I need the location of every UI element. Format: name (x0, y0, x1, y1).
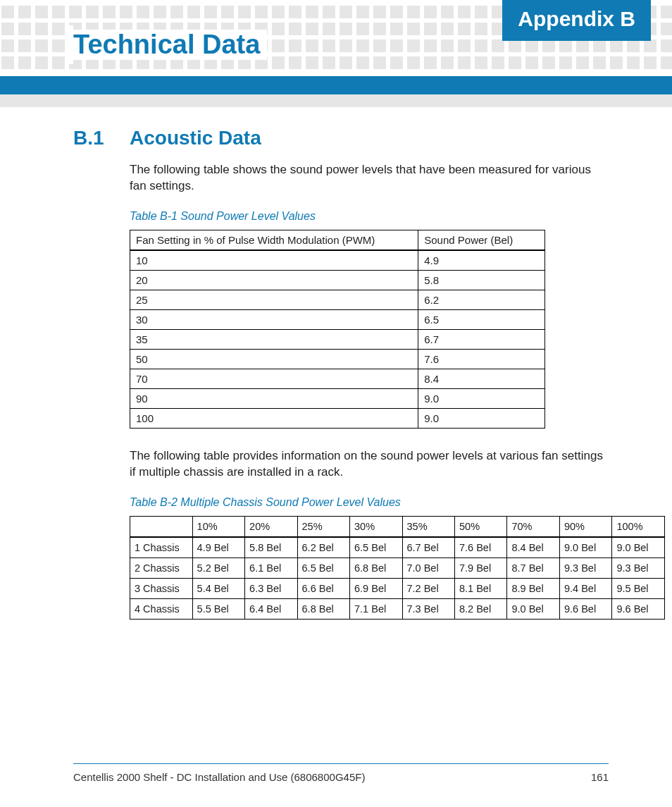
table-cell: 7.6 (418, 349, 545, 369)
table-b2-head-cell: 30% (350, 516, 402, 537)
table-cell: 8.4 Bel (507, 537, 559, 558)
table-cell: 6.1 Bel (245, 557, 297, 578)
table-row: 4 Chassis5.5 Bel6.4 Bel6.8 Bel7.1 Bel7.3… (130, 598, 665, 619)
table-row: 356.7 (130, 329, 545, 349)
table-cell: 9.6 Bel (559, 598, 611, 619)
table-cell: 70 (130, 369, 418, 388)
section-intro-2: The following table provides information… (130, 448, 609, 481)
table-row: 3 Chassis5.4 Bel6.3 Bel6.6 Bel6.9 Bel7.2… (130, 578, 665, 598)
table-b2-head-cell: 90% (559, 516, 611, 537)
table-cell: 4.9 Bel (192, 537, 244, 558)
table-b2-head-cell (130, 516, 193, 537)
table-row-label: 2 Chassis (130, 557, 193, 578)
table-cell: 9.3 Bel (612, 557, 665, 578)
table-cell: 5.5 Bel (192, 598, 244, 619)
table-b2-head-cell: 20% (245, 516, 297, 537)
table-cell: 7.1 Bel (350, 598, 402, 619)
table-cell: 8.9 Bel (507, 578, 559, 598)
footer-page-number: 161 (591, 771, 609, 783)
table-cell: 7.9 Bel (455, 557, 507, 578)
table-b1-caption: Table B-1 Sound Power Level Values (130, 210, 609, 223)
header-gray-bar (0, 94, 672, 107)
page-content: B.1 Acoustic Data The following table sh… (73, 127, 609, 639)
table-b2-head-cell: 25% (297, 516, 349, 537)
table-cell: 9.0 (418, 388, 545, 408)
table-cell: 6.4 Bel (245, 598, 297, 619)
table-cell: 9.3 Bel (559, 557, 611, 578)
table-cell: 7.6 Bel (455, 537, 507, 558)
table-row: 1009.0 (130, 408, 545, 428)
table-row-label: 3 Chassis (130, 578, 193, 598)
table-cell: 20 (130, 270, 418, 290)
table-b2: 10%20%25%30%35%50%70%90%100% 1 Chassis4.… (130, 516, 665, 620)
table-cell: 6.8 Bel (350, 557, 402, 578)
table-b2-head-cell: 100% (612, 516, 665, 537)
table-cell: 9.0 Bel (507, 598, 559, 619)
table-cell: 9.5 Bel (612, 578, 665, 598)
table-cell: 7.3 Bel (402, 598, 454, 619)
table-b2-caption: Table B-2 Multiple Chassis Sound Power L… (130, 496, 609, 509)
table-b1-head-col1: Fan Setting in % of Pulse Width Modulati… (130, 230, 418, 250)
table-b2-head-cell: 35% (402, 516, 454, 537)
section-number: B.1 (73, 127, 107, 149)
table-row: 708.4 (130, 369, 545, 388)
table-cell: 8.1 Bel (455, 578, 507, 598)
appendix-tab: Appendix B (502, 0, 651, 41)
table-cell: 6.8 Bel (297, 598, 349, 619)
table-cell: 9.4 Bel (559, 578, 611, 598)
table-cell: 100 (130, 408, 418, 428)
table-b2-head-cell: 10% (192, 516, 244, 537)
table-cell: 6.3 Bel (245, 578, 297, 598)
page-footer: Centellis 2000 Shelf - DC Installation a… (73, 763, 609, 783)
table-cell: 6.5 Bel (297, 557, 349, 578)
table-cell: 6.5 (418, 309, 545, 329)
table-row: 909.0 (130, 388, 545, 408)
table-row: 306.5 (130, 309, 545, 329)
table-cell: 4.9 (418, 250, 545, 271)
table-cell: 6.5 Bel (350, 537, 402, 558)
section-title: Acoustic Data (130, 127, 261, 149)
table-cell: 7.2 Bel (402, 578, 454, 598)
chapter-title: Technical Data (73, 30, 267, 60)
table-cell: 7.0 Bel (402, 557, 454, 578)
table-cell: 90 (130, 388, 418, 408)
table-cell: 9.0 (418, 408, 545, 428)
table-cell: 50 (130, 349, 418, 369)
table-cell: 6.2 (418, 290, 545, 309)
table-cell: 9.6 Bel (612, 598, 665, 619)
table-row-label: 1 Chassis (130, 537, 193, 558)
table-cell: 6.7 Bel (402, 537, 454, 558)
header-blue-bar (0, 76, 672, 94)
table-cell: 5.4 Bel (192, 578, 244, 598)
table-cell: 10 (130, 250, 418, 271)
table-row: 507.6 (130, 349, 545, 369)
table-cell: 6.9 Bel (350, 578, 402, 598)
table-cell: 8.4 (418, 369, 545, 388)
table-cell: 5.8 (418, 270, 545, 290)
table-b2-head-cell: 70% (507, 516, 559, 537)
table-row: 256.2 (130, 290, 545, 309)
table-row: 1 Chassis4.9 Bel5.8 Bel6.2 Bel6.5 Bel6.7… (130, 537, 665, 558)
table-cell: 6.6 Bel (297, 578, 349, 598)
table-row: 2 Chassis5.2 Bel6.1 Bel6.5 Bel6.8 Bel7.0… (130, 557, 665, 578)
table-row: 205.8 (130, 270, 545, 290)
table-cell: 30 (130, 309, 418, 329)
table-row: 104.9 (130, 250, 545, 271)
table-cell: 8.7 Bel (507, 557, 559, 578)
table-cell: 6.7 (418, 329, 545, 349)
section-intro-1: The following table shows the sound powe… (130, 162, 609, 195)
table-cell: 8.2 Bel (455, 598, 507, 619)
table-cell: 35 (130, 329, 418, 349)
table-cell: 6.2 Bel (297, 537, 349, 558)
table-cell: 9.0 Bel (612, 537, 665, 558)
table-row-label: 4 Chassis (130, 598, 193, 619)
table-cell: 9.0 Bel (559, 537, 611, 558)
table-cell: 25 (130, 290, 418, 309)
table-b1: Fan Setting in % of Pulse Width Modulati… (130, 230, 545, 429)
table-cell: 5.8 Bel (245, 537, 297, 558)
footer-doc-title: Centellis 2000 Shelf - DC Installation a… (73, 771, 365, 783)
section-heading: B.1 Acoustic Data (73, 127, 609, 149)
table-b2-head-cell: 50% (455, 516, 507, 537)
table-b1-head-col2: Sound Power (Bel) (418, 230, 545, 250)
table-cell: 5.2 Bel (192, 557, 244, 578)
